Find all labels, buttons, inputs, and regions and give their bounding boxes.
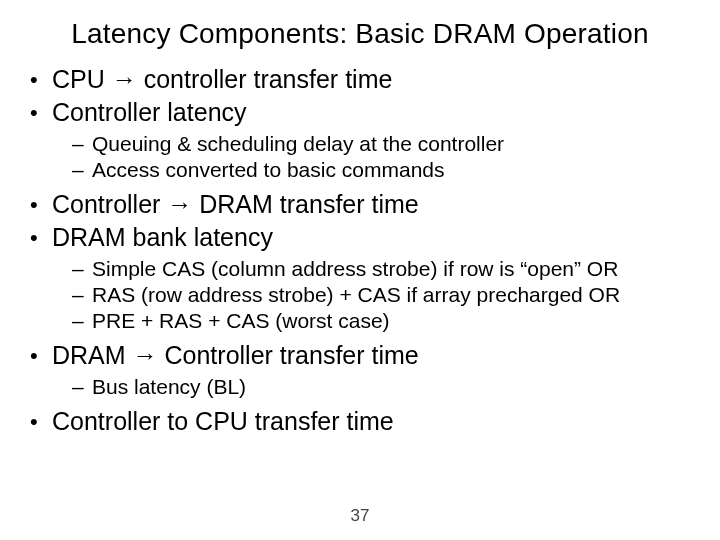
page-number: 37 [0, 506, 720, 526]
bullet-text: DRAM → Controller transfer time [52, 341, 419, 369]
bullet-text: Controller → DRAM transfer time [52, 190, 419, 218]
sub-item: Queuing & scheduling delay at the contro… [76, 131, 692, 157]
bullet-item: CPU → controller transfer time [36, 64, 692, 95]
slide-title: Latency Components: Basic DRAM Operation [28, 18, 692, 50]
sub-text: Queuing & scheduling delay at the contro… [92, 132, 504, 155]
sub-text: Simple CAS (column address strobe) if ro… [92, 257, 618, 280]
sub-item: Access converted to basic commands [76, 157, 692, 183]
sub-text: Access converted to basic commands [92, 158, 445, 181]
bullet-list: CPU → controller transfer time Controlle… [28, 64, 692, 437]
bullet-item: Controller latency Queuing & scheduling … [36, 97, 692, 183]
bullet-text: Controller to CPU transfer time [52, 407, 394, 435]
sub-text: PRE + RAS + CAS (worst case) [92, 309, 390, 332]
bullet-text: DRAM bank latency [52, 223, 273, 251]
bullet-item: DRAM → Controller transfer time Bus late… [36, 340, 692, 400]
sub-list: Bus latency (BL) [36, 374, 692, 400]
sub-text: RAS (row address strobe) + CAS if array … [92, 283, 620, 306]
sub-item: PRE + RAS + CAS (worst case) [76, 308, 692, 334]
bullet-item: DRAM bank latency Simple CAS (column add… [36, 222, 692, 334]
sub-item: Bus latency (BL) [76, 374, 692, 400]
bullet-item: Controller → DRAM transfer time [36, 189, 692, 220]
sub-text: Bus latency (BL) [92, 375, 246, 398]
bullet-item: Controller to CPU transfer time [36, 406, 692, 437]
slide: Latency Components: Basic DRAM Operation… [0, 0, 720, 540]
sub-item: RAS (row address strobe) + CAS if array … [76, 282, 692, 308]
bullet-text: Controller latency [52, 98, 247, 126]
bullet-text: CPU → controller transfer time [52, 65, 392, 93]
sub-list: Simple CAS (column address strobe) if ro… [36, 256, 692, 335]
sub-list: Queuing & scheduling delay at the contro… [36, 131, 692, 184]
sub-item: Simple CAS (column address strobe) if ro… [76, 256, 692, 282]
